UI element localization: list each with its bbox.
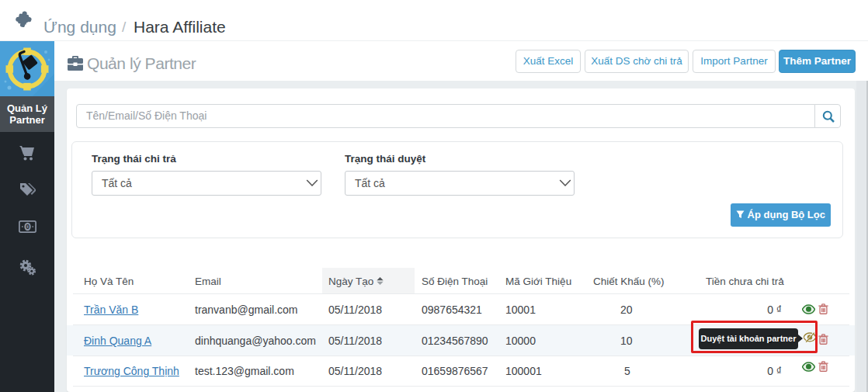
svg-text:0: 0 (26, 223, 30, 231)
